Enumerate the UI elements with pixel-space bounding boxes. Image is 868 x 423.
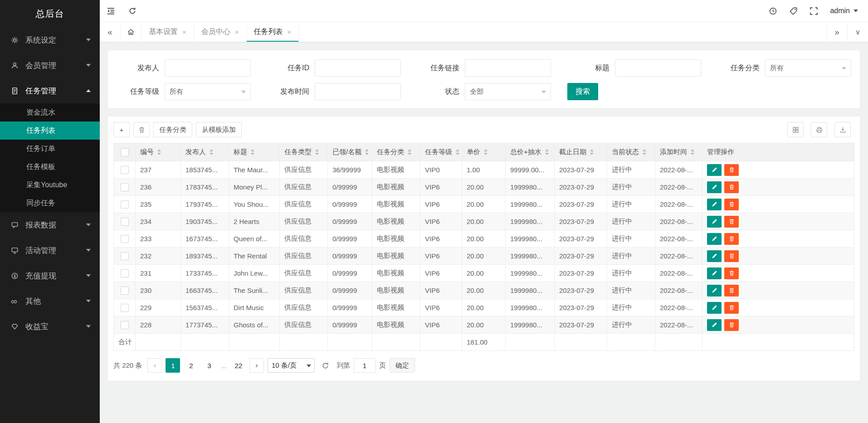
edit-button[interactable] xyxy=(707,267,722,279)
delete-button[interactable] xyxy=(724,216,739,228)
delete-button[interactable] xyxy=(724,319,739,331)
user-menu[interactable]: admin xyxy=(830,7,858,15)
tabs-scroll-right-button[interactable]: » xyxy=(826,22,847,42)
add-task-button[interactable]: + xyxy=(113,122,130,137)
sidebar-item-sync-tasks[interactable]: 同步任务 xyxy=(0,194,100,212)
row-checkbox[interactable] xyxy=(121,218,129,226)
filter-columns-button[interactable] xyxy=(787,122,804,137)
sidebar-item-system-settings[interactable]: 系统设定 xyxy=(0,27,100,53)
delete-button[interactable] xyxy=(724,285,739,297)
row-checkbox[interactable] xyxy=(121,235,129,243)
page-button-2[interactable]: 2 xyxy=(184,358,198,373)
search-button[interactable]: 搜索 xyxy=(567,83,598,100)
sort-icon[interactable] xyxy=(315,149,319,155)
sidebar-item-task-list[interactable]: 任务列表 xyxy=(0,122,100,140)
clear-cache-icon[interactable] xyxy=(769,7,777,15)
add-from-template-button[interactable]: 从模板添加 xyxy=(196,122,242,137)
publisher-input[interactable] xyxy=(165,59,251,77)
row-checkbox[interactable] xyxy=(121,200,129,209)
task-link-input[interactable] xyxy=(465,59,551,77)
tab-task-list[interactable]: 任务列表 × xyxy=(247,22,299,42)
print-button[interactable] xyxy=(811,122,827,137)
row-checkbox[interactable] xyxy=(121,287,129,295)
sort-icon[interactable] xyxy=(210,149,213,155)
sidebar-item-task-orders[interactable]: 任务订单 xyxy=(0,140,100,158)
sort-icon[interactable] xyxy=(590,149,594,155)
close-icon[interactable]: × xyxy=(182,28,186,36)
sort-icon[interactable] xyxy=(456,149,459,155)
edit-button[interactable] xyxy=(707,250,722,262)
tabs-scroll-left-button[interactable]: « xyxy=(100,22,121,42)
sort-icon[interactable] xyxy=(365,149,369,155)
sort-icon[interactable] xyxy=(484,149,488,155)
sort-icon[interactable] xyxy=(408,149,411,155)
delete-button[interactable] xyxy=(724,181,739,193)
delete-button[interactable] xyxy=(724,267,739,279)
task-category-button[interactable]: 任务分类 xyxy=(153,122,192,137)
goto-confirm-button[interactable]: 确定 xyxy=(390,358,415,373)
tab-basic-settings[interactable]: 基本设置 × xyxy=(141,22,194,42)
goto-page-input[interactable] xyxy=(354,358,375,373)
row-checkbox[interactable] xyxy=(121,166,129,174)
row-checkbox[interactable] xyxy=(121,304,129,312)
export-button[interactable] xyxy=(834,122,851,137)
sidebar-item-fund-flow[interactable]: 资金流水 xyxy=(0,103,100,122)
delete-selected-button[interactable] xyxy=(133,122,150,137)
sort-icon[interactable] xyxy=(545,149,549,155)
row-checkbox[interactable] xyxy=(121,252,129,260)
page-button-1[interactable]: 1 xyxy=(166,358,180,373)
edit-button[interactable] xyxy=(707,216,722,228)
close-icon[interactable]: × xyxy=(235,28,239,36)
row-checkbox[interactable] xyxy=(121,269,129,277)
close-icon[interactable]: × xyxy=(288,28,292,36)
tag-icon[interactable] xyxy=(789,7,798,15)
sidebar-item-activities[interactable]: 活动管理 xyxy=(0,238,100,263)
page-button-3[interactable]: 3 xyxy=(202,358,216,373)
tab-member-center[interactable]: 会员中心 × xyxy=(194,22,247,42)
task-category-select[interactable]: 所有 xyxy=(765,59,851,77)
sort-icon[interactable] xyxy=(643,149,646,155)
delete-button[interactable] xyxy=(724,233,739,245)
row-checkbox[interactable] xyxy=(121,321,129,329)
sidebar-item-recharge-withdraw[interactable]: 充值提现 xyxy=(0,263,100,288)
sidebar-item-profit-treasure[interactable]: 收益宝 xyxy=(0,314,100,339)
sort-icon[interactable] xyxy=(691,149,694,155)
collapse-sidebar-icon[interactable] xyxy=(100,0,122,22)
edit-button[interactable] xyxy=(707,285,722,297)
cell-actions xyxy=(702,196,854,213)
sort-icon[interactable] xyxy=(157,149,161,155)
sort-icon[interactable] xyxy=(251,149,254,155)
sidebar-item-tasks[interactable]: 任务管理 xyxy=(0,78,100,103)
edit-button[interactable] xyxy=(707,233,722,245)
status-select[interactable]: 全部 xyxy=(465,83,551,100)
title-input[interactable] xyxy=(615,59,701,77)
tabs-menu-button[interactable]: ∨ xyxy=(847,22,868,42)
refresh-icon[interactable] xyxy=(122,0,143,22)
delete-button[interactable] xyxy=(724,199,739,210)
edit-button[interactable] xyxy=(707,199,722,210)
select-all-checkbox[interactable] xyxy=(121,148,129,156)
delete-button[interactable] xyxy=(724,302,739,314)
delete-button[interactable] xyxy=(724,164,739,176)
task-level-select[interactable]: 所有 xyxy=(165,83,251,100)
sidebar-item-reports[interactable]: 报表数据 xyxy=(0,212,100,238)
edit-button[interactable] xyxy=(707,319,722,331)
next-page-button[interactable]: › xyxy=(249,358,264,373)
sidebar-item-members[interactable]: 会员管理 xyxy=(0,53,100,78)
edit-button[interactable] xyxy=(707,181,722,193)
page-button-22[interactable]: 22 xyxy=(231,358,246,373)
edit-button[interactable] xyxy=(707,302,722,314)
fullscreen-icon[interactable] xyxy=(809,7,818,15)
task-id-input[interactable] xyxy=(315,59,401,77)
sidebar-item-collect-youtube[interactable]: 采集Youtube xyxy=(0,176,100,194)
home-tab[interactable] xyxy=(121,22,141,42)
row-checkbox[interactable] xyxy=(121,183,129,191)
table-refresh-icon[interactable] xyxy=(318,358,333,373)
sidebar-item-task-templates[interactable]: 任务模板 xyxy=(0,158,100,176)
publish-time-input[interactable] xyxy=(315,83,401,100)
delete-button[interactable] xyxy=(724,250,739,262)
edit-button[interactable] xyxy=(707,164,722,176)
page-size-select[interactable]: 10 条/页 xyxy=(268,358,315,373)
sidebar-item-other[interactable]: ∞ 其他 xyxy=(0,288,100,314)
prev-page-button[interactable]: ‹ xyxy=(147,358,162,373)
